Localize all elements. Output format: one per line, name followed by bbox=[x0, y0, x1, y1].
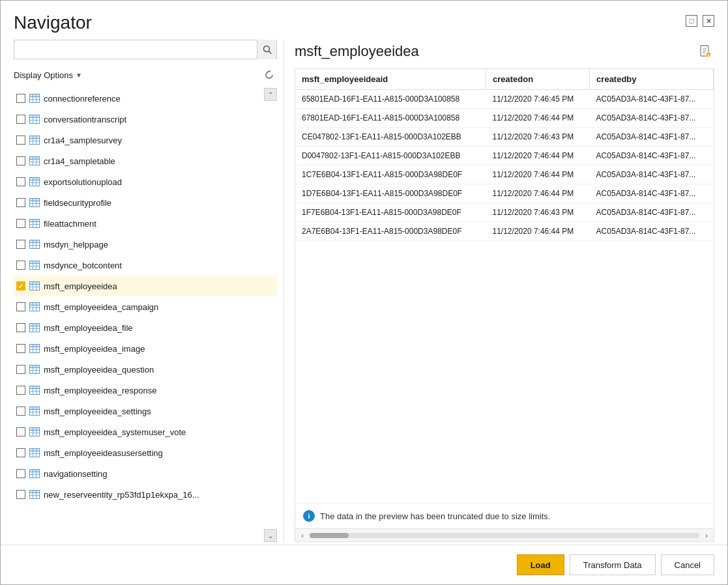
data-table-scroll[interactable]: msft_employeeideaidcreatedoncreatedby 65… bbox=[295, 69, 714, 503]
item-label: cr1a4_sampletable bbox=[44, 156, 115, 166]
list-item[interactable]: msft_employeeidea_systemuser_vote bbox=[14, 421, 277, 442]
list-item[interactable]: cr1a4_sampletable bbox=[14, 150, 277, 171]
table-row[interactable]: 1D7E6B04-13F1-EA11-A815-000D3A98DE0F11/1… bbox=[295, 184, 714, 203]
table-cell: 11/12/2020 7:46:43 PM bbox=[486, 128, 590, 147]
preview-header: msft_employeeidea ↻ bbox=[295, 42, 714, 61]
checkbox[interactable] bbox=[16, 94, 25, 103]
list-item[interactable]: msft_employeeidea_campaign bbox=[14, 296, 277, 317]
list-item[interactable]: exportsolutionupload bbox=[14, 171, 277, 192]
checkbox[interactable] bbox=[16, 365, 25, 374]
list-item[interactable]: fieldsecurityprofile bbox=[14, 192, 277, 213]
search-input[interactable] bbox=[14, 42, 257, 57]
list-item[interactable]: fileattachment bbox=[14, 213, 277, 234]
checkbox[interactable] bbox=[16, 281, 25, 291]
list-item[interactable]: navigationsetting bbox=[14, 463, 277, 484]
cancel-button[interactable]: Cancel bbox=[661, 554, 714, 575]
table-row[interactable]: 1F7E6B04-13F1-EA11-A815-000D3A98DE0F11/1… bbox=[295, 203, 714, 222]
checkbox[interactable] bbox=[16, 261, 25, 270]
scroll-thumb[interactable] bbox=[310, 533, 349, 538]
table-row[interactable]: 65801EAD-16F1-EA11-A815-000D3A10085811/1… bbox=[295, 90, 714, 109]
item-label: msft_employeeidea_response bbox=[44, 386, 156, 395]
list-item[interactable]: msft_employeeidea_question bbox=[14, 359, 277, 380]
navigator-dialog: Navigator □ ✕ Display Option bbox=[0, 0, 728, 585]
table-cell: 67801EAD-16F1-EA11-A815-000D3A100858 bbox=[295, 109, 486, 128]
checkbox[interactable] bbox=[16, 448, 25, 457]
list-item[interactable]: msdynce_botcontent bbox=[14, 255, 277, 276]
svg-rect-68 bbox=[30, 303, 40, 306]
list-item[interactable]: msdyn_helppage bbox=[14, 234, 277, 255]
checkbox[interactable] bbox=[16, 115, 25, 124]
list-item[interactable]: msft_employeeidea_image bbox=[14, 338, 277, 359]
table-cell: 1D7E6B04-13F1-EA11-A815-000D3A98DE0F bbox=[295, 184, 486, 203]
scroll-down-button[interactable]: ⌄ bbox=[264, 529, 277, 542]
checkbox[interactable] bbox=[16, 156, 25, 165]
table-row[interactable]: 1C7E6B04-13F1-EA11-A815-000D3A98DE0F11/1… bbox=[295, 165, 714, 184]
svg-rect-86 bbox=[30, 365, 40, 368]
item-label: msft_employeeidea_file bbox=[44, 323, 133, 333]
scroll-left-arrow[interactable]: ‹ bbox=[297, 530, 308, 541]
list-item[interactable]: conversationtranscript bbox=[14, 109, 277, 130]
list-item[interactable]: connectionreference bbox=[14, 88, 277, 109]
checkbox[interactable] bbox=[16, 469, 25, 478]
checkbox[interactable] bbox=[16, 427, 25, 436]
table-row[interactable]: 2A7E6B04-13F1-EA11-A815-000D3A98DE0F11/1… bbox=[295, 222, 714, 241]
table-cell: 65801EAD-16F1-EA11-A815-000D3A100858 bbox=[295, 90, 486, 109]
table-icon bbox=[29, 489, 40, 500]
svg-rect-26 bbox=[30, 157, 40, 160]
table-cell: 11/12/2020 7:46:44 PM bbox=[486, 165, 590, 184]
table-icon bbox=[29, 114, 40, 124]
checkbox[interactable] bbox=[16, 136, 25, 145]
checkbox[interactable] bbox=[16, 240, 25, 249]
display-options-button[interactable]: Display Options ▼ bbox=[14, 70, 82, 80]
table-cell: AC05AD3A-814C-43F1-87... bbox=[590, 203, 714, 222]
table-icon bbox=[29, 448, 40, 458]
svg-rect-92 bbox=[30, 386, 40, 389]
checkbox[interactable] bbox=[16, 302, 25, 311]
item-label: msft_employeeidea_campaign bbox=[44, 302, 158, 312]
list-item[interactable]: cr1a4_samplesurvey bbox=[14, 130, 277, 150]
list-item[interactable]: msft_employeeidea bbox=[14, 276, 277, 296]
svg-rect-44 bbox=[30, 220, 40, 222]
list-item[interactable]: new_reserveentity_rp53fd1p1ekxpa_16... bbox=[14, 484, 277, 505]
list-item[interactable]: msft_employeeidea_file bbox=[14, 317, 277, 338]
list-item[interactable]: msft_employeeideasusersetting bbox=[14, 442, 277, 463]
close-button[interactable]: ✕ bbox=[703, 15, 714, 27]
checkbox[interactable] bbox=[16, 219, 25, 228]
preview-icon-button[interactable]: ↻ bbox=[696, 42, 714, 61]
list-item[interactable]: msft_employeeidea_response bbox=[14, 380, 277, 401]
display-options-bar: Display Options ▼ bbox=[14, 66, 277, 84]
load-button[interactable]: Load bbox=[517, 554, 564, 575]
minimize-button[interactable]: □ bbox=[686, 15, 697, 27]
checkbox[interactable] bbox=[16, 323, 25, 332]
checkbox[interactable] bbox=[16, 490, 25, 499]
table-icon bbox=[29, 385, 40, 395]
item-label: msft_employeeidea_question bbox=[44, 365, 154, 375]
checkbox[interactable] bbox=[16, 177, 25, 186]
search-icon-button[interactable] bbox=[257, 40, 276, 59]
item-label: msft_employeeideasusersetting bbox=[44, 448, 163, 458]
table-icon bbox=[29, 322, 40, 333]
table-row[interactable]: 67801EAD-16F1-EA11-A815-000D3A10085811/1… bbox=[295, 109, 714, 128]
item-label: fileattachment bbox=[44, 219, 96, 229]
checkbox[interactable] bbox=[16, 198, 25, 207]
refresh-icon-button[interactable] bbox=[261, 67, 277, 83]
checkbox[interactable] bbox=[16, 344, 25, 353]
scroll-up-button[interactable]: ⌃ bbox=[264, 88, 277, 101]
table-icon bbox=[29, 156, 40, 166]
table-row[interactable]: D0047802-13F1-EA11-A815-000D3A102EBB11/1… bbox=[295, 147, 714, 165]
checkbox[interactable] bbox=[16, 407, 25, 416]
transform-data-button[interactable]: Transform Data bbox=[570, 554, 656, 575]
checkbox[interactable] bbox=[16, 386, 25, 395]
item-label: new_reserveentity_rp53fd1p1ekxpa_16... bbox=[44, 490, 199, 500]
preview-title: msft_employeeidea bbox=[295, 43, 419, 60]
table-row[interactable]: CE047802-13F1-EA11-A815-000D3A102EBB11/1… bbox=[295, 128, 714, 147]
horizontal-scrollbar[interactable]: ‹ › bbox=[295, 528, 714, 541]
table-cell: AC05AD3A-814C-43F1-87... bbox=[590, 147, 714, 165]
scroll-track[interactable] bbox=[310, 533, 699, 538]
table-icon bbox=[29, 239, 40, 250]
search-bar bbox=[14, 40, 277, 59]
table-cell: 2A7E6B04-13F1-EA11-A815-000D3A98DE0F bbox=[295, 222, 486, 241]
scroll-right-arrow[interactable]: › bbox=[701, 530, 712, 541]
table-icon bbox=[29, 135, 40, 145]
list-item[interactable]: msft_employeeidea_settings bbox=[14, 401, 277, 421]
